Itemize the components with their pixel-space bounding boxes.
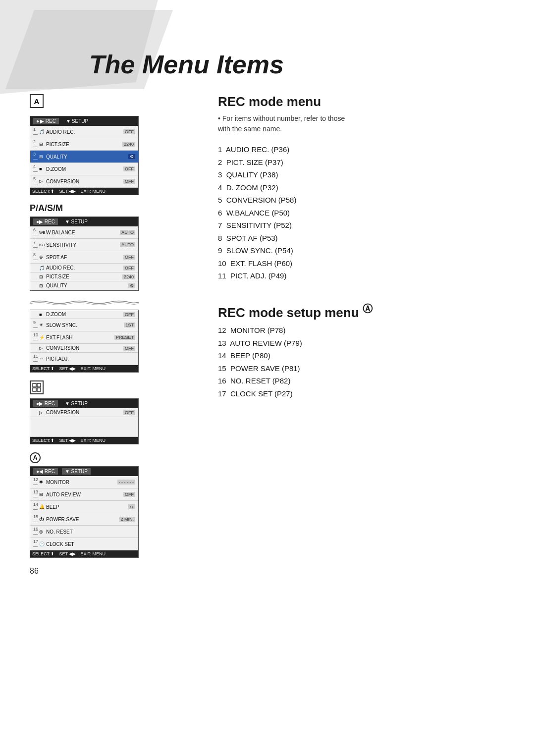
menu4-row-12: 12— ✱ MONITOR - - - - - - [30, 476, 138, 488]
menu2-row-6: 6— WB W.BALANCE AUTO [30, 226, 138, 239]
svg-rect-0 [33, 383, 36, 387]
pasym-label: P/A/S/M [30, 203, 198, 214]
list-item: 14 BEEP (P80) [218, 349, 505, 362]
menu2b-row-11: 11— ↔ PICT.ADJ. [30, 353, 138, 365]
right-column: REC mode menu • For items without number… [218, 94, 505, 416]
menu1-row-2: 2— ⊞ PICT.SIZE 2240 [30, 138, 138, 151]
circle-a-icon: A [30, 452, 41, 463]
rec-tab-2: ●▶ REC [33, 218, 58, 225]
rec-setup-items-list: 12 MONITOR (P78) 13 AUTO REVIEW (P79) 14… [218, 324, 505, 400]
setup-tab-3: ▼ SETUP [62, 400, 91, 407]
page-title: The Menu Items [89, 20, 505, 79]
menu2-row-ps: ⊞ PICT.SIZE 2240 [30, 272, 138, 281]
menu2b-row-10: 10— ⚡ EXT.FLASH PRESET [30, 331, 138, 344]
svg-rect-3 [37, 388, 41, 391]
list-item: 5 CONVERSION (P58) [218, 194, 505, 207]
setup-tab-2: ▼ SETUP [62, 218, 91, 225]
list-item: 6 W.BALANCE (P50) [218, 207, 505, 219]
camera-menu-header-1: ●▶ REC ▼ SETUP [30, 116, 138, 126]
list-item: 15 POWER SAVE (P81) [218, 362, 505, 375]
menu4-row-16: 16— ◎ NO. RESET [30, 526, 138, 538]
list-item: 13 AUTO REVIEW (P79) [218, 337, 505, 350]
left-column: A ●▶ REC ▼ SETUP 1— 🎵 AUDIO REC. [30, 94, 198, 566]
setup-tab-1: ▼ SETUP [63, 118, 91, 124]
menu4-row-14: 14— 🔔 BEEP ♪♪ [30, 501, 138, 513]
list-item: 9 SLOW SYNC. (P54) [218, 244, 505, 257]
page-number: 86 [30, 567, 39, 576]
menu2-row-7: 7— ISO SENSITIVITY AUTO [30, 239, 138, 251]
menu3-spacer [30, 417, 138, 437]
menu1-row-1: 1— 🎵 AUDIO REC. OFF [30, 126, 138, 138]
list-item: 4 D. ZOOM (P32) [218, 181, 505, 194]
menu3-row-conv: ▷ CONVERSION OFF [30, 408, 138, 417]
camera-menu-footer-1: SELECT:⬆SET:◀▶EXIT: MENU [30, 188, 138, 195]
rec-setup-section: REC mode setup menu Ⓐ 12 MONITOR (P78) 1… [218, 302, 505, 400]
rec-tab-4: ●◀ REC [33, 468, 58, 475]
menu2b-row-conv: ▷ CONVERSION OFF [30, 344, 138, 353]
menu4-row-17: 17— 🕐 CLOCK SET [30, 538, 138, 550]
list-item: 12 MONITOR (P78) [218, 324, 505, 337]
camera-menu-pasym-top: ●▶ REC ▼ SETUP 6— WB W.BALANCE AUTO 7— I… [30, 216, 139, 291]
rec-mode-header: REC mode menu [218, 94, 505, 109]
menu1-row-5: 5— ▷ CONVERSION OFF [30, 175, 138, 188]
menu4-row-15: 15— ⏻ POWER.SAVE 2 MIN. [30, 513, 138, 526]
svg-rect-2 [33, 388, 36, 391]
svg-rect-1 [37, 383, 41, 387]
camera-menu-header-2: ●▶ REC ▼ SETUP [30, 217, 138, 226]
rec-tab-1: ●▶ REC [33, 118, 59, 124]
list-item: 7 SENSITIVITY (P52) [218, 219, 505, 232]
menu2-row-8: 8— ⊕ SPOT AF OFF [30, 251, 138, 264]
list-item: 2 PICT. SIZE (P37) [218, 156, 505, 169]
menu1-row-4: 4— ■ D.ZOOM OFF [30, 163, 138, 175]
menu2b-row-9: 9— ☀ SLOW SYNC. 1ST [30, 319, 138, 331]
rec-setup-header: REC mode setup menu Ⓐ [218, 302, 505, 321]
list-item: 17 CLOCK SET (P27) [218, 387, 505, 400]
rec-mode-note: • For items without number, refer to tho… [218, 113, 505, 134]
camera-menu-header-3: ●▶ REC ▼ SETUP [30, 399, 138, 408]
rec-tab-3: ●▶ REC [33, 400, 58, 407]
menu1-row-3: 3— ⊞ QUALITY ⚙ [30, 151, 138, 163]
menu4-row-13: 13— ⊞ AUTO REVIEW OFF [30, 488, 138, 501]
list-item: 8 SPOT AF (P53) [218, 232, 505, 245]
menu2b-row-dz: ■ D.ZOOM OFF [30, 310, 138, 319]
camera-menu-footer-3: SELECT:⬆SET:◀▶EXIT: MENU [30, 437, 138, 444]
rec-mode-items-list: 1 AUDIO REC. (P36) 2 PICT. SIZE (P37) 3 … [218, 143, 505, 282]
camera-menu-setup-a: ●◀ REC ▼ SETUP 12— ✱ MONITOR - - - - - -… [30, 466, 139, 558]
camera-menu-footer-4: SELECT:⬆SET:◀▶EXIT: MENU [30, 550, 138, 557]
list-item: 10 EXT. FLASH (P60) [218, 257, 505, 270]
mode-a-icon: A [30, 94, 44, 108]
camera-menu-header-4: ●◀ REC ▼ SETUP [30, 467, 138, 476]
list-item: 3 QUALITY (P38) [218, 168, 505, 181]
list-item: 11 PICT. ADJ. (P49) [218, 270, 505, 282]
menu2-row-ar: 🎵 AUDIO REC. OFF [30, 264, 138, 272]
menu2-row-q: ⊞ QUALITY ⚙ [30, 281, 138, 290]
setup-tab-4: ▼ SETUP [62, 468, 91, 475]
mode-grid-icon [30, 380, 44, 394]
camera-menu-grid: ●▶ REC ▼ SETUP ▷ CONVERSION OFF SELECT:⬆… [30, 398, 139, 444]
wavy-separator [30, 299, 139, 306]
camera-menu-footer-2b: SELECT:⬆SET:◀▶EXIT: MENU [30, 365, 138, 372]
list-item: 16 NO. RESET (P82) [218, 375, 505, 387]
list-item: 1 AUDIO REC. (P36) [218, 143, 505, 156]
camera-menu-pasym-bottom: ■ D.ZOOM OFF 9— ☀ SLOW SYNC. 1ST 10— ⚡ E… [30, 310, 139, 373]
rec-mode-section: REC mode menu • For items without number… [218, 94, 505, 282]
camera-menu-auto: ●▶ REC ▼ SETUP 1— 🎵 AUDIO REC. OFF 2— ⊞ [30, 116, 139, 195]
